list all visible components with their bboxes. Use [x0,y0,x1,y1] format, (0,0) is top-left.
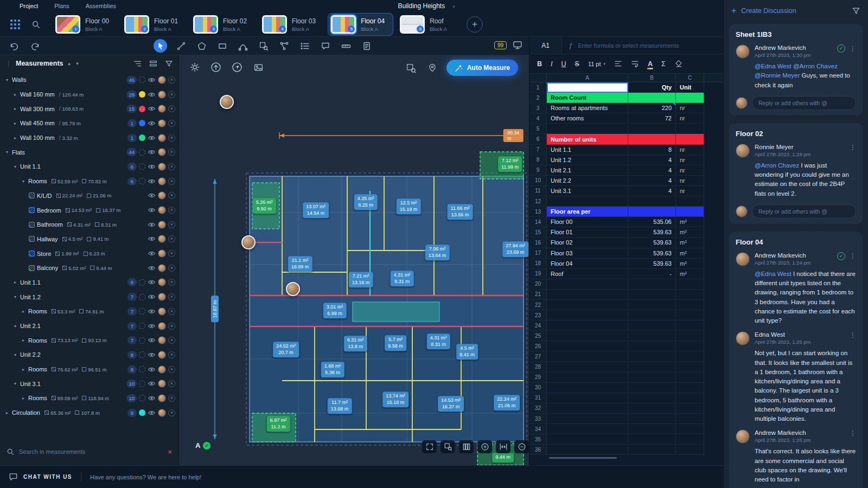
floor-tab[interactable]: 1 Floor 00 Block A [52,13,118,36]
measurement-row[interactable]: ▾ Walls / 46 × [0,73,178,87]
cell-a[interactable] [547,320,628,331]
comment-mentions[interactable]: @Arron Chavez [755,162,799,169]
chevron-icon[interactable]: ▾ [12,164,18,169]
color-indicator[interactable] [139,163,145,170]
chevron-icon[interactable]: ▸ [12,106,18,111]
cell-a[interactable] [547,290,628,300]
comment-menu-icon[interactable]: ⋮ [850,331,856,339]
measurement-row[interactable]: ▾ Unit 3.1 / 10 × [0,376,178,391]
visibility-eye-icon[interactable] [148,120,156,126]
row-number[interactable]: 32 [529,403,547,414]
chevron-icon[interactable]: ▸ [21,367,26,372]
row-number[interactable]: 30 [529,383,547,393]
color-indicator[interactable] [139,106,145,112]
assignee-avatar[interactable] [158,293,166,301]
cell-b[interactable] [628,279,676,290]
clear-search-icon[interactable]: × [168,448,172,456]
deselect-icon[interactable]: × [168,323,175,330]
search-icon[interactable] [31,20,40,29]
chevron-icon[interactable]: ▸ [12,136,18,140]
cell-c[interactable]: Unit [676,82,704,93]
chevron-icon[interactable]: ▸ [21,338,26,343]
measurement-chip[interactable]: 7.21 m² 13.16 m [349,272,373,287]
fullscreen-icon[interactable] [422,440,437,453]
nodes-tool-icon[interactable] [277,39,291,53]
discussion-group-title[interactable]: Sheet 1lB3 [736,30,856,38]
cell-a[interactable] [547,445,628,455]
cell-b[interactable] [628,403,676,414]
deselect-icon[interactable]: × [168,91,175,98]
assignee-avatar[interactable] [158,105,166,113]
vertical-dimension-label[interactable]: 16.87 m [211,296,219,323]
row-number[interactable]: 1 [529,82,547,93]
deselect-icon[interactable]: × [168,380,175,387]
cell-b[interactable]: 535.06 [628,217,676,227]
cell-b[interactable] [628,373,676,383]
floor-tab[interactable]: 2 Floor 01 Block A [121,13,187,36]
reply-row[interactable]: Reply or add others with @ [736,204,856,219]
cell-b[interactable] [628,320,676,331]
measurement-row[interactable]: Bedroom 14.53 m² /16.37 m × [0,203,178,217]
ruler-tool-icon[interactable] [339,39,353,53]
cell-c[interactable] [676,434,704,445]
color-indicator[interactable] [139,91,145,98]
assignee-avatar[interactable] [158,191,166,200]
measurement-row[interactable]: Hallway 4.5 m² /9.41 m × [0,232,178,247]
filter-icon[interactable] [165,60,173,68]
visibility-eye-icon[interactable] [148,251,156,256]
deselect-icon[interactable]: × [168,279,175,286]
measurement-chip[interactable]: 4.25 m² 8.25 m [354,194,378,210]
measurement-row[interactable]: ▸ Wall 450 mm /95.79 m 1 × [0,116,178,131]
reply-row[interactable]: Reply or add others with @ [736,96,856,110]
row-number[interactable]: 25 [529,331,547,341]
cell-b[interactable]: 539.63 [628,248,676,259]
chevron-icon[interactable]: ▾ [21,179,26,184]
cell-a[interactable]: Number of units [547,134,628,144]
deselect-icon[interactable]: × [168,76,175,84]
measurement-row[interactable]: ▸ Wall 160 mm /120.44 m 29 × [0,87,178,102]
resolve-check-icon[interactable]: ✓ [837,44,845,53]
assignee-avatar[interactable] [158,249,166,258]
measurement-chip[interactable]: 4.31 m² 8.31 m [391,271,414,286]
cell-a[interactable] [547,393,628,403]
cell-c[interactable] [676,362,704,373]
row-number[interactable]: 21 [529,290,547,300]
cell-a[interactable]: Rooms at apartments [547,103,628,113]
cell-a[interactable]: Unit 3.1 [547,186,628,196]
assignee-avatar[interactable] [158,264,166,272]
visibility-eye-icon[interactable] [148,106,156,112]
color-indicator[interactable] [139,294,145,300]
column-header[interactable]: B [628,74,676,82]
cell-a[interactable]: Floor 00 [547,217,628,227]
measurement-chip[interactable]: 22.24 m² 21.06 m [494,395,520,410]
color-indicator[interactable] [139,337,145,344]
reply-input[interactable]: Reply or add others with @ [752,204,856,219]
row-number[interactable]: 34 [529,424,547,434]
visibility-eye-icon[interactable] [148,395,156,401]
visibility-eye-icon[interactable] [148,410,156,416]
comment-menu-icon[interactable]: ⋮ [850,144,856,151]
color-indicator[interactable] [139,76,145,83]
list-tool-icon[interactable] [298,39,311,53]
assignee-avatar[interactable] [158,91,166,99]
measurement-row[interactable]: ▾ Rooms 52.59 m² /70.82 m 6 × [0,174,178,189]
chevron-icon[interactable]: ▸ [12,92,18,97]
resolve-check-icon[interactable]: ✓ [837,252,845,260]
cell-a[interactable] [547,383,628,393]
row-number[interactable]: 28 [529,362,547,373]
cell-b[interactable] [628,351,676,362]
color-indicator[interactable] [139,134,145,141]
cell-b[interactable] [628,414,676,424]
cell-c[interactable] [676,93,704,103]
cell-a[interactable] [547,196,628,207]
chat-with-us-button[interactable]: CHAT WITH US [23,474,72,480]
auto-measure-button[interactable]: Auto Measure [446,60,518,76]
color-indicator[interactable] [139,308,145,314]
cell-c[interactable] [676,373,704,383]
deselect-icon[interactable]: × [168,235,175,242]
measurement-row[interactable]: ▸ Rooms 89.09 m² /118.94 m 10 × [0,391,178,406]
chevron-icon[interactable]: ▾ [4,78,10,82]
chevron-icon[interactable]: ▾ [12,352,18,357]
cell-a[interactable] [547,341,628,351]
chevron-icon[interactable]: ▸ [4,410,10,415]
